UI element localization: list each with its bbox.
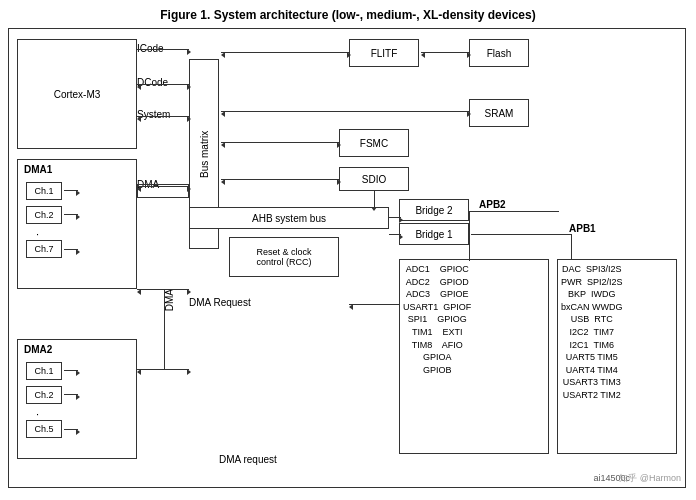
bm-sram-left: [221, 111, 225, 117]
arr3: [76, 249, 80, 255]
arr2: [76, 214, 80, 220]
bm-sram-line: [221, 111, 469, 112]
dcode-label: DCode: [137, 77, 168, 88]
sdio-box: SDIO: [339, 167, 409, 191]
apb1-peripherals-box: DAC SPI3/I2S PWR SPI2/I2S BKP IWDG bxCAN…: [557, 259, 677, 454]
bridge2-apb2-line: [469, 211, 470, 261]
dma1-ch7: Ch.7: [26, 240, 62, 258]
ahb-bridge1-arrow: [399, 234, 403, 240]
dma-left-vline: [164, 289, 165, 369]
apb2-horiz: [469, 211, 559, 212]
dcode-arrow-right: [187, 84, 191, 90]
flash-label: Flash: [487, 48, 511, 59]
flash-box: Flash: [469, 39, 529, 67]
dma1-ch2: Ch.2: [26, 206, 62, 224]
figure-title: Figure 1. System architecture (low-, med…: [8, 8, 688, 22]
arr4: [76, 370, 80, 376]
apb2-label: APB2: [479, 199, 506, 210]
apb2-peripherals-box: ADC1 GPIOC ADC2 GPIOD ADC3 GPIOE USART1 …: [399, 259, 549, 454]
bridge2-box: Bridge 2: [399, 199, 469, 221]
system-label: System: [137, 109, 170, 120]
bm-flitf-line: [221, 52, 349, 53]
dma2-ch1: Ch.1: [26, 362, 62, 380]
dma2-ch5: Ch.5: [26, 420, 62, 438]
ahb-bridge2-arrow: [399, 217, 403, 223]
dma2-dot: ·: [36, 408, 39, 420]
dma-request-label: DMA Request: [189, 297, 251, 308]
dma1-label: DMA1: [24, 164, 52, 175]
dma1-ch1: Ch.1: [26, 182, 62, 200]
dma2-line: [137, 289, 189, 290]
sdio-label: SDIO: [362, 174, 386, 185]
apb2-periph-text: ADC1 GPIOC ADC2 GPIOD ADC3 GPIOE USART1 …: [403, 263, 471, 376]
icode-arrow: [187, 49, 191, 55]
dma2-label: DMA2: [24, 344, 52, 355]
bm-sdio-left: [221, 179, 225, 185]
dcode-line: [137, 84, 189, 85]
sdio-v-arrow: [371, 207, 377, 211]
page: Figure 1. System architecture (low-, med…: [0, 0, 696, 500]
bus-matrix-label: Bus matrix: [199, 130, 210, 177]
flitf-box: FLITF: [349, 39, 419, 67]
dma2-bottom-right: [187, 369, 191, 375]
rcc-label: Reset & clockcontrol (RCC): [256, 247, 311, 267]
dma1-box: DMA1 Ch.1 Ch.2 · Ch.7: [17, 159, 137, 289]
dcode-arrow-left: [137, 84, 141, 90]
watermark: 知乎 @Harmon: [619, 472, 681, 485]
dma-req-arrow: [349, 304, 353, 310]
dma2-arrow-right: [187, 289, 191, 295]
icode-line: [137, 49, 189, 50]
arr1: [76, 190, 80, 196]
dma2-bottom-left: [137, 369, 141, 375]
bm-flitf-arrow-right: [347, 52, 351, 58]
dma1-big-arrow-outline: [137, 184, 189, 198]
dma2-ch2: Ch.2: [26, 386, 62, 404]
rcc-box: Reset & clockcontrol (RCC): [229, 237, 339, 277]
sram-box: SRAM: [469, 99, 529, 127]
bm-sram-right: [467, 111, 471, 117]
bm-fsmc-left: [221, 142, 225, 148]
dma2-box: DMA2 Ch.1 Ch.2 · Ch.5: [17, 339, 137, 459]
bridge1-label: Bridge 1: [415, 229, 452, 240]
sram-label: SRAM: [485, 108, 514, 119]
arr6: [76, 429, 80, 435]
flitf-arrow-left: [421, 52, 425, 58]
dma-vertical-label: DMA: [164, 289, 175, 311]
cortex-m3-box: Cortex-M3: [17, 39, 137, 149]
cortex-label: Cortex-M3: [54, 89, 101, 100]
fsmc-label: FSMC: [360, 138, 388, 149]
ahb-bus: AHB system bus: [189, 207, 389, 229]
dma1-dot: ·: [36, 228, 39, 240]
bm-sdio-line: [221, 179, 339, 180]
apb1-label: APB1: [569, 223, 596, 234]
system-line: [137, 116, 189, 117]
dma-req-line: [349, 304, 399, 305]
system-arrow-left: [137, 116, 141, 122]
dma-request2-label: DMA request: [219, 454, 277, 465]
fsmc-box: FSMC: [339, 129, 409, 157]
dma2-bottom-line: [137, 369, 189, 370]
flitf-flash-line: [421, 52, 469, 53]
apb1-periph-text: DAC SPI3/I2S PWR SPI2/I2S BKP IWDG bxCAN…: [561, 263, 623, 402]
bridge1-apb1-v: [571, 234, 572, 260]
bm-fsmc-right: [337, 142, 341, 148]
bm-flitf-arrow-left: [221, 52, 225, 58]
dma2-arrow-left: [137, 289, 141, 295]
flitf-label: FLITF: [371, 48, 398, 59]
arr5: [76, 394, 80, 400]
ahb-label: AHB system bus: [252, 213, 326, 224]
flitf-arrow-right: [467, 52, 471, 58]
system-arrow-right: [187, 116, 191, 122]
bridge1-box: Bridge 1: [399, 223, 469, 245]
bridge1-apb1-h: [471, 234, 571, 235]
bm-fsmc-line: [221, 142, 339, 143]
diagram: Cortex-M3 DMA1 Ch.1 Ch.2 · Ch.7 DMA2 Ch.…: [8, 28, 686, 488]
bm-sdio-right: [337, 179, 341, 185]
bridge2-label: Bridge 2: [415, 205, 452, 216]
